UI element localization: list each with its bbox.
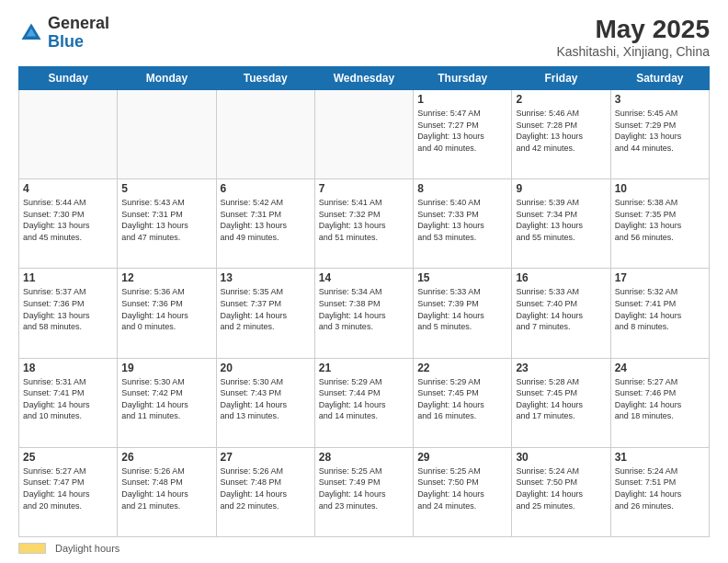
day-info: Sunrise: 5:37 AM Sunset: 7:36 PM Dayligh… xyxy=(23,286,113,332)
day-number: 13 xyxy=(221,271,311,284)
calendar-cell xyxy=(216,90,314,179)
calendar-cell: 18Sunrise: 5:31 AM Sunset: 7:41 PM Dayli… xyxy=(19,358,118,447)
calendar-cell: 3Sunrise: 5:45 AM Sunset: 7:29 PM Daylig… xyxy=(610,90,709,179)
day-info: Sunrise: 5:41 AM Sunset: 7:32 PM Dayligh… xyxy=(319,197,409,243)
calendar-cell: 5Sunrise: 5:43 AM Sunset: 7:31 PM Daylig… xyxy=(118,179,216,269)
day-info: Sunrise: 5:26 AM Sunset: 7:48 PM Dayligh… xyxy=(221,465,311,511)
day-number: 6 xyxy=(221,182,311,195)
day-info: Sunrise: 5:39 AM Sunset: 7:34 PM Dayligh… xyxy=(516,197,606,243)
calendar-cell: 14Sunrise: 5:34 AM Sunset: 7:38 PM Dayli… xyxy=(314,269,413,358)
day-number: 14 xyxy=(319,271,409,284)
day-of-week-header: Thursday xyxy=(414,67,512,90)
day-number: 18 xyxy=(23,362,113,374)
day-info: Sunrise: 5:29 AM Sunset: 7:45 PM Dayligh… xyxy=(417,376,507,422)
day-info: Sunrise: 5:46 AM Sunset: 7:28 PM Dayligh… xyxy=(516,108,606,154)
day-info: Sunrise: 5:40 AM Sunset: 7:33 PM Dayligh… xyxy=(417,197,507,243)
day-info: Sunrise: 5:34 AM Sunset: 7:38 PM Dayligh… xyxy=(319,286,409,332)
calendar-header-row: SundayMondayTuesdayWednesdayThursdayFrid… xyxy=(19,67,710,90)
logo-blue: Blue xyxy=(48,32,84,51)
calendar-cell: 10Sunrise: 5:38 AM Sunset: 7:35 PM Dayli… xyxy=(610,179,709,269)
day-number: 12 xyxy=(121,271,211,284)
calendar-week-row: 4Sunrise: 5:44 AM Sunset: 7:30 PM Daylig… xyxy=(19,179,710,269)
calendar-cell: 13Sunrise: 5:35 AM Sunset: 7:37 PM Dayli… xyxy=(216,269,314,358)
page: General Blue May 2025 Kashitashi, Xinjia… xyxy=(0,0,728,563)
day-number: 20 xyxy=(221,362,311,374)
calendar-cell: 29Sunrise: 5:25 AM Sunset: 7:50 PM Dayli… xyxy=(414,447,512,536)
daylight-label: Daylight hours xyxy=(55,543,119,554)
day-number: 10 xyxy=(615,182,705,195)
day-number: 30 xyxy=(516,451,606,464)
day-number: 4 xyxy=(23,182,113,195)
calendar-table: SundayMondayTuesdayWednesdayThursdayFrid… xyxy=(18,66,710,537)
day-info: Sunrise: 5:28 AM Sunset: 7:45 PM Dayligh… xyxy=(516,376,606,422)
calendar-cell: 25Sunrise: 5:27 AM Sunset: 7:47 PM Dayli… xyxy=(19,447,118,536)
day-info: Sunrise: 5:43 AM Sunset: 7:31 PM Dayligh… xyxy=(121,197,211,243)
day-number: 23 xyxy=(516,362,606,374)
day-number: 5 xyxy=(121,182,211,195)
calendar-cell: 16Sunrise: 5:33 AM Sunset: 7:40 PM Dayli… xyxy=(512,269,610,358)
day-info: Sunrise: 5:29 AM Sunset: 7:44 PM Dayligh… xyxy=(319,376,409,422)
calendar-week-row: 1Sunrise: 5:47 AM Sunset: 7:27 PM Daylig… xyxy=(19,90,710,179)
calendar-cell: 6Sunrise: 5:42 AM Sunset: 7:31 PM Daylig… xyxy=(216,179,314,269)
month-title: May 2025 xyxy=(556,15,710,44)
day-number: 8 xyxy=(417,182,507,195)
day-info: Sunrise: 5:31 AM Sunset: 7:41 PM Dayligh… xyxy=(23,376,113,422)
calendar-cell: 31Sunrise: 5:24 AM Sunset: 7:51 PM Dayli… xyxy=(610,447,709,536)
calendar-cell: 23Sunrise: 5:28 AM Sunset: 7:45 PM Dayli… xyxy=(512,358,610,447)
calendar-cell: 11Sunrise: 5:37 AM Sunset: 7:36 PM Dayli… xyxy=(19,269,118,358)
day-number: 19 xyxy=(121,362,211,374)
day-info: Sunrise: 5:27 AM Sunset: 7:46 PM Dayligh… xyxy=(615,376,705,422)
day-number: 26 xyxy=(121,451,211,464)
location: Kashitashi, Xinjiang, China xyxy=(556,44,710,59)
calendar-cell xyxy=(19,90,118,179)
calendar-cell: 21Sunrise: 5:29 AM Sunset: 7:44 PM Dayli… xyxy=(314,358,413,447)
day-info: Sunrise: 5:38 AM Sunset: 7:35 PM Dayligh… xyxy=(615,197,705,243)
calendar-cell: 12Sunrise: 5:36 AM Sunset: 7:36 PM Dayli… xyxy=(118,269,216,358)
day-info: Sunrise: 5:30 AM Sunset: 7:42 PM Dayligh… xyxy=(121,376,211,422)
day-number: 28 xyxy=(319,451,409,464)
day-info: Sunrise: 5:45 AM Sunset: 7:29 PM Dayligh… xyxy=(615,108,705,154)
day-number: 27 xyxy=(221,451,311,464)
calendar-cell: 8Sunrise: 5:40 AM Sunset: 7:33 PM Daylig… xyxy=(414,179,512,269)
calendar-week-row: 25Sunrise: 5:27 AM Sunset: 7:47 PM Dayli… xyxy=(19,447,710,536)
calendar-cell: 2Sunrise: 5:46 AM Sunset: 7:28 PM Daylig… xyxy=(512,90,610,179)
calendar-cell: 24Sunrise: 5:27 AM Sunset: 7:46 PM Dayli… xyxy=(610,358,709,447)
day-info: Sunrise: 5:47 AM Sunset: 7:27 PM Dayligh… xyxy=(417,108,507,154)
day-number: 16 xyxy=(516,271,606,284)
day-number: 31 xyxy=(615,451,705,464)
day-info: Sunrise: 5:25 AM Sunset: 7:49 PM Dayligh… xyxy=(319,465,409,511)
day-of-week-header: Saturday xyxy=(610,67,709,90)
day-of-week-header: Monday xyxy=(118,67,216,90)
day-number: 7 xyxy=(319,182,409,195)
day-number: 17 xyxy=(615,271,705,284)
calendar-cell: 30Sunrise: 5:24 AM Sunset: 7:50 PM Dayli… xyxy=(512,447,610,536)
day-of-week-header: Sunday xyxy=(19,67,118,90)
calendar-cell: 1Sunrise: 5:47 AM Sunset: 7:27 PM Daylig… xyxy=(414,90,512,179)
calendar-cell: 19Sunrise: 5:30 AM Sunset: 7:42 PM Dayli… xyxy=(118,358,216,447)
day-info: Sunrise: 5:42 AM Sunset: 7:31 PM Dayligh… xyxy=(221,197,311,243)
day-info: Sunrise: 5:32 AM Sunset: 7:41 PM Dayligh… xyxy=(615,286,705,332)
logo-general: General xyxy=(48,14,109,32)
day-info: Sunrise: 5:24 AM Sunset: 7:51 PM Dayligh… xyxy=(615,465,705,511)
title-block: May 2025 Kashitashi, Xinjiang, China xyxy=(556,15,710,59)
day-info: Sunrise: 5:33 AM Sunset: 7:39 PM Dayligh… xyxy=(417,286,507,332)
calendar-cell: 17Sunrise: 5:32 AM Sunset: 7:41 PM Dayli… xyxy=(610,269,709,358)
day-info: Sunrise: 5:35 AM Sunset: 7:37 PM Dayligh… xyxy=(221,286,311,332)
day-info: Sunrise: 5:24 AM Sunset: 7:50 PM Dayligh… xyxy=(516,465,606,511)
day-number: 15 xyxy=(417,271,507,284)
calendar-week-row: 18Sunrise: 5:31 AM Sunset: 7:41 PM Dayli… xyxy=(19,358,710,447)
logo-icon xyxy=(18,20,44,46)
calendar-week-row: 11Sunrise: 5:37 AM Sunset: 7:36 PM Dayli… xyxy=(19,269,710,358)
day-number: 1 xyxy=(417,93,507,106)
day-number: 29 xyxy=(417,451,507,464)
logo-text: General Blue xyxy=(48,15,109,52)
calendar-cell: 7Sunrise: 5:41 AM Sunset: 7:32 PM Daylig… xyxy=(314,179,413,269)
day-info: Sunrise: 5:36 AM Sunset: 7:36 PM Dayligh… xyxy=(121,286,211,332)
calendar-cell: 27Sunrise: 5:26 AM Sunset: 7:48 PM Dayli… xyxy=(216,447,314,536)
calendar-cell xyxy=(314,90,413,179)
calendar-cell: 15Sunrise: 5:33 AM Sunset: 7:39 PM Dayli… xyxy=(414,269,512,358)
day-info: Sunrise: 5:25 AM Sunset: 7:50 PM Dayligh… xyxy=(417,465,507,511)
header: General Blue May 2025 Kashitashi, Xinjia… xyxy=(18,15,710,59)
day-info: Sunrise: 5:26 AM Sunset: 7:48 PM Dayligh… xyxy=(121,465,211,511)
calendar-cell: 28Sunrise: 5:25 AM Sunset: 7:49 PM Dayli… xyxy=(314,447,413,536)
